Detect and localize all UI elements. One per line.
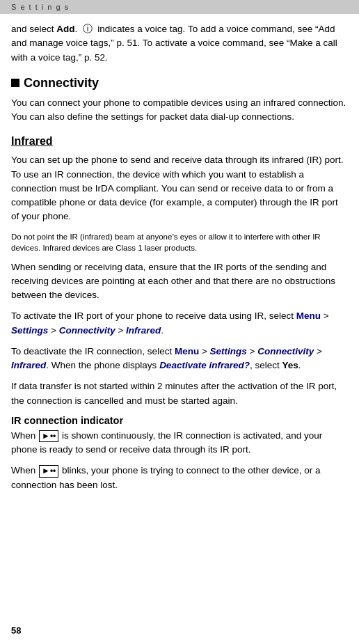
infrared-deactivate-text: To deactivate the IR connection, select … [11,345,348,373]
infrared-activate-text: To activate the IR port of your phone to… [11,309,348,338]
ir-para1: When ►•• is shown continuously, the IR c… [11,429,348,457]
ir-indicator-heading: IR connection indicator [11,415,348,426]
connectivity-description: You can connect your phone to compatible… [11,96,348,125]
infrared-warning: Do not point the IR (infrared) beam at a… [11,231,348,253]
infrared-link-2: Infrared [11,360,46,370]
infrared-link-1: Infrared [126,325,161,336]
page-container: S e t t i n g s and select Add. ⓘ indica… [0,0,359,644]
connectivity-link-1: Connectivity [59,325,115,336]
ir-para2: When ►•• blinks, your phone is trying to… [11,464,348,492]
header-label: S e t t i n g s [11,3,70,11]
connectivity-link-2: Connectivity [257,346,314,356]
content-area: and select Add. ⓘ indicates a voice tag.… [0,14,359,510]
infrared-paragraph3: If data transfer is not started within 2… [11,379,348,408]
connectivity-heading: Connectivity [24,76,99,91]
section-square-icon [11,79,19,87]
menu-link-2: Menu [175,346,199,356]
intro-text: and select Add. ⓘ indicates a voice tag.… [11,22,348,65]
ir-icon-1: ►•• [39,430,58,443]
settings-link-1: Settings [11,325,48,336]
infrared-paragraph2: When sending or receiving data, ensure t… [11,260,348,303]
menu-link-1: Menu [296,311,321,321]
infrared-paragraph1: You can set up the phone to send and rec… [11,153,348,223]
infrared-heading: Infrared [11,135,348,148]
page-number: 58 [11,625,21,636]
deactivate-infrared-link: Deactivate infrared? [159,360,250,370]
ir-icon-2: ►•• [39,465,58,478]
header-bar: S e t t i n g s [0,0,359,14]
connectivity-heading-container: Connectivity [11,76,348,91]
settings-link-2: Settings [210,346,247,356]
